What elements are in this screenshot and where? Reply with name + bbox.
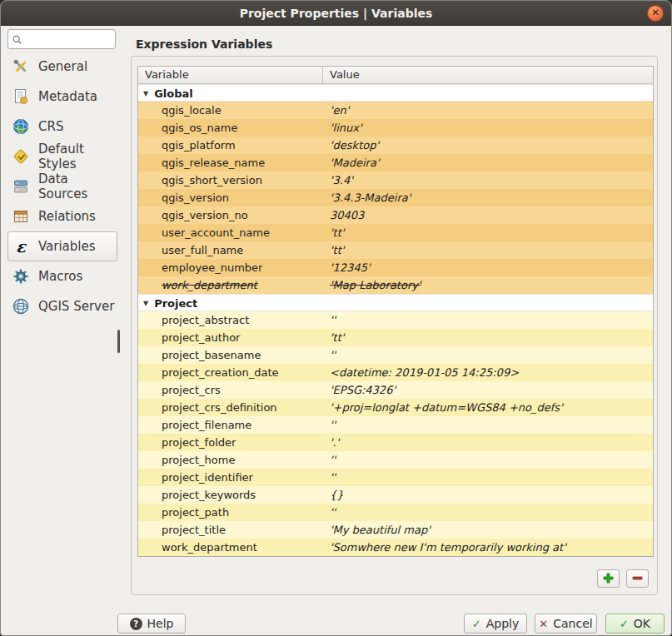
variable-name: project_abstract [162,314,249,326]
variable-value: '' [330,471,336,484]
sidebar-item-crs[interactable]: CRS [7,112,117,142]
variable-row[interactable]: project_title'My beautiful map' [138,521,653,539]
help-label: Help [147,617,174,630]
variable-value: 'en' [330,104,349,117]
remove-variable-button[interactable] [626,569,649,588]
variable-value: 'desktop' [330,139,379,152]
sidebar-item-label: Macros [38,269,82,284]
sidebar-item-default-styles[interactable]: Default Styles [7,142,117,171]
expression-variables-groupbox: Variable Value Globalqgis_locale'en'qgis… [131,56,658,595]
variable-value: 'Map Laboratory' [330,279,421,291]
variable-value: 'tt' [330,244,344,256]
variable-row[interactable]: project_creation_date<datetime: 2019-01-… [138,364,653,381]
sidebar-item-label: Data Sources [38,171,117,201]
column-header-variable[interactable]: Variable [138,67,323,83]
variable-value: '' [330,506,336,519]
variable-name: qgis_locale [162,104,222,117]
sidebar-item-qgis-server[interactable]: QGIS Server [7,291,117,321]
variable-row[interactable]: work_department'Somwhere new I'm tempora… [138,539,653,556]
cancel-button[interactable]: ✕ Cancel [535,614,597,634]
tools-icon [11,57,31,77]
variable-row[interactable]: project_crs'EPSG:4326' [138,381,653,399]
titlebar[interactable]: Project Properties | Variables ✕ [1,1,671,26]
ok-button[interactable]: ✓ OK [605,614,665,634]
close-button[interactable]: ✕ [647,5,664,22]
document-icon [11,87,31,107]
column-header-value[interactable]: Value [323,67,653,83]
sidebar-item-general[interactable]: General [7,52,117,82]
variable-name: project_folder [162,436,236,449]
add-variable-button[interactable] [597,569,620,588]
variable-value: {} [330,489,344,501]
variable-name: qgis_version_no [162,209,248,221]
variable-name: user_full_name [162,244,243,256]
variable-row[interactable]: project_home'' [138,451,653,469]
apply-button[interactable]: ✓ Apply [464,614,527,634]
sidebar-item-label: Metadata [38,89,97,104]
styles-icon [11,147,31,166]
window-title: Project Properties | Variables [1,1,671,26]
sidebar-item-label: Variables [38,239,96,254]
variable-name: project_title [162,524,226,536]
variable-name: project_author [162,331,240,344]
expander-icon[interactable] [143,85,148,101]
variable-row[interactable]: project_folder'.' [138,434,653,451]
sidebar-item-variables[interactable]: ε Variables [7,231,117,261]
variable-value: 'My beautiful map' [330,524,431,536]
variable-row[interactable]: qgis_os_name'linux' [138,119,653,137]
variable-name: project_basename [162,349,261,361]
variable-row[interactable]: project_author'tt' [138,329,653,346]
variable-row[interactable]: qgis_version_no30403 [138,206,653,224]
variable-row[interactable]: employee_number'12345' [138,259,653,276]
variable-row[interactable]: qgis_locale'en' [138,102,653,119]
variable-row[interactable]: qgis_platform'desktop' [138,137,653,154]
sidebar-item-macros[interactable]: Macros [7,261,117,291]
apply-label: Apply [486,617,520,630]
gear-icon [11,266,31,286]
variable-row[interactable]: user_full_name'tt' [138,241,653,259]
sidebar-scrollbar-thumb[interactable] [117,330,120,353]
variable-name: qgis_short_version [162,174,262,186]
variable-group-row[interactable]: Global [138,84,653,102]
help-button[interactable]: ? Help [117,614,186,634]
sidebar-item-metadata[interactable]: Metadata [7,82,117,112]
sidebar-item-label: General [38,59,87,74]
variable-row[interactable]: project_path'' [138,504,653,521]
sidebar-search [7,29,116,49]
variable-row[interactable]: project_identifier'' [138,469,653,486]
search-icon [12,33,23,49]
group-name: Project [154,297,197,310]
variable-group-row[interactable]: Project [138,294,653,311]
variable-row[interactable]: qgis_release_name'Madeira' [138,154,653,171]
variable-value: '' [330,454,336,466]
variable-value: 'EPSG:4326' [330,384,396,396]
minus-icon [632,571,643,587]
tree-header: Variable Value [138,67,653,84]
variable-row[interactable]: qgis_version'3.4.3-Madeira' [138,189,653,206]
tree-actions [597,569,649,588]
variable-row[interactable]: project_basename'' [138,346,653,364]
variable-row[interactable]: project_filename'' [138,416,653,434]
variable-name: project_filename [162,419,251,431]
expander-icon[interactable] [143,295,148,311]
sidebar-items: General Metadata [7,52,117,321]
variable-row[interactable]: qgis_short_version'3.4' [138,171,653,189]
variable-value: '3.4.3-Madeira' [330,191,411,204]
variable-name: project_creation_date [162,366,279,379]
variable-row[interactable]: project_keywords{} [138,486,653,504]
layers-icon [11,176,31,196]
variable-name: project_identifier [162,471,253,484]
variable-row[interactable]: project_abstract'' [138,311,653,329]
variables-tree: Variable Value Globalqgis_locale'en'qgis… [137,66,654,557]
search-input[interactable] [27,32,112,47]
group-name: Global [154,87,193,100]
variable-value: 'tt' [330,226,344,239]
plus-icon [603,571,614,587]
variable-name: project_home [162,454,235,466]
variable-row[interactable]: user_account_name'tt' [138,224,653,241]
sidebar-item-data-sources[interactable]: Data Sources [7,171,117,201]
sidebar-item-relations[interactable]: Relations [7,201,117,231]
variable-row[interactable]: project_crs_definition'+proj=longlat +da… [138,399,653,416]
variable-row[interactable]: work_department'Map Laboratory' [138,276,653,294]
globe-icon [11,117,31,137]
